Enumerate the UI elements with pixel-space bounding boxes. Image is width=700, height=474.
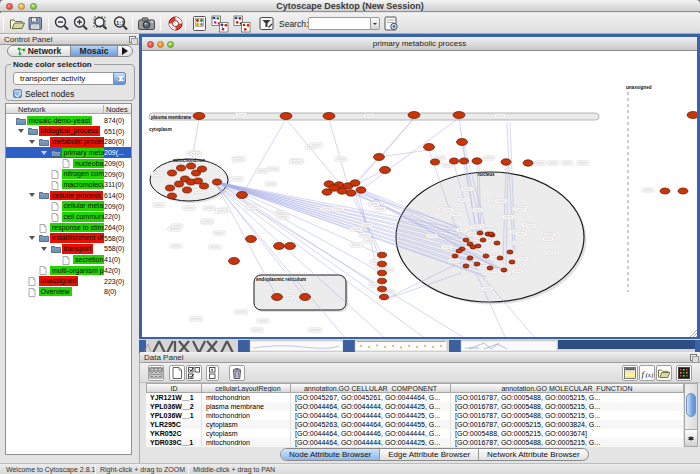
zoom-in-icon[interactable] <box>72 15 89 32</box>
network-node[interactable] <box>380 167 391 174</box>
tab-overflow[interactable] <box>118 46 132 56</box>
table-column-header[interactable]: annotation.GO MOLECULAR_FUNCTION <box>451 383 684 393</box>
search-dropdown-button[interactable] <box>371 17 380 30</box>
table-cell[interactable]: [GO:0044464, GO:0044446, GO:0044444, G..… <box>291 429 451 438</box>
search-options-icon[interactable] <box>383 15 400 32</box>
zoom-actual-size-icon[interactable]: 1:1 <box>112 15 129 32</box>
network-node[interactable] <box>378 261 387 267</box>
tree-row[interactable]: secretion41(0) <box>6 254 131 265</box>
float-panel-icon[interactable] <box>690 354 697 361</box>
attribute-browser-tab[interactable]: Network Attribute Browser <box>479 449 587 460</box>
snapshot-camera-icon[interactable] <box>137 15 156 32</box>
network-node[interactable] <box>497 256 503 260</box>
tree-expand-icon[interactable] <box>41 247 47 254</box>
tree-row[interactable]: response to stimul264(0) <box>6 222 131 233</box>
network-node[interactable] <box>193 113 205 120</box>
network-node[interactable] <box>272 294 283 301</box>
network-node[interactable] <box>687 112 697 119</box>
network-node[interactable] <box>467 256 473 260</box>
network-node[interactable] <box>452 254 458 258</box>
network-node[interactable] <box>187 163 196 169</box>
scroll-down-icon[interactable] <box>688 437 694 444</box>
network-node[interactable] <box>246 236 257 243</box>
tree-row[interactable]: cell communicat22(0) <box>6 211 131 222</box>
network-node[interactable] <box>323 113 335 120</box>
tree-row[interactable]: multi-organism pro42(0) <box>6 265 131 276</box>
attribute-pair-icon[interactable] <box>206 365 219 381</box>
grid-layout-icon[interactable] <box>191 15 208 32</box>
network-node[interactable] <box>463 238 469 242</box>
network-node[interactable] <box>472 158 482 164</box>
network-node[interactable] <box>501 268 507 272</box>
network-node[interactable] <box>477 231 483 235</box>
table-cell[interactable]: [GO:0005488, GO:0005215, GO:0003674] <box>451 429 684 438</box>
table-cell[interactable]: [GO:0016787, GO:0005488, GO:0005215, G..… <box>451 393 684 402</box>
tree-expand-icon[interactable] <box>41 151 47 158</box>
select-nodes-checkbox[interactable] <box>13 89 22 98</box>
table-cell[interactable]: YLR295C <box>146 420 202 429</box>
node-color-dropdown[interactable]: transporter activity <box>13 72 126 85</box>
network-node[interactable] <box>378 252 387 258</box>
network-node[interactable] <box>507 250 513 254</box>
table-cell[interactable]: plasma membrane <box>202 402 291 411</box>
table-cell[interactable]: YJR121W__1 <box>146 393 202 402</box>
network-node[interactable] <box>378 270 387 276</box>
tree-row[interactable]: nitrogen compo209(0) <box>6 169 131 180</box>
network-node[interactable] <box>175 181 184 187</box>
network-node[interactable] <box>378 286 387 292</box>
network-node[interactable] <box>168 170 177 176</box>
network-node[interactable] <box>460 158 469 164</box>
network-node[interactable] <box>380 294 389 300</box>
network-node[interactable] <box>350 180 360 186</box>
network-node[interactable] <box>480 238 486 242</box>
network-node[interactable] <box>183 187 192 193</box>
table-cell[interactable]: [GO:0044464, GO:0044444, GO:0044425, G..… <box>291 411 451 420</box>
tree-row[interactable]: cellular process614(0) <box>6 190 131 201</box>
zoom-selected-icon[interactable] <box>92 15 109 32</box>
network-node[interactable] <box>356 187 366 193</box>
network-node[interactable] <box>494 241 500 245</box>
attribute-browser-tab[interactable]: Node Attribute Browser <box>281 449 380 460</box>
attribute-grid-icon[interactable] <box>148 365 164 381</box>
network-node[interactable] <box>213 179 222 185</box>
table-cell[interactable]: YPL036W__1 <box>146 411 202 420</box>
network-node[interactable] <box>678 188 688 194</box>
tree-row[interactable]: unassigned223(0) <box>6 276 131 287</box>
tree-row[interactable]: metabolic process280(0) <box>6 136 131 147</box>
copy-network-view-icon[interactable] <box>211 15 228 32</box>
network-node[interactable] <box>177 165 186 171</box>
new-attribute-icon[interactable] <box>169 365 185 381</box>
table-cell[interactable]: mitochondrion <box>202 411 291 420</box>
network-node[interactable] <box>378 278 387 284</box>
table-cell[interactable]: [GO:0045267, GO:0045261, GO:0044464, G..… <box>291 393 451 402</box>
tree-row[interactable]: transport558(0) <box>6 243 131 254</box>
network-node[interactable] <box>166 185 175 191</box>
network-node[interactable] <box>229 258 240 265</box>
table-cell[interactable]: mitochondrion <box>202 393 291 402</box>
table-column-header[interactable]: annotation.GO CELLULAR_COMPONENT <box>291 383 451 393</box>
select-attributes-icon[interactable] <box>186 365 202 381</box>
network-node[interactable] <box>474 262 480 266</box>
tree-expand-icon[interactable] <box>29 236 35 243</box>
network-node[interactable] <box>329 185 339 191</box>
attribute-list-icon[interactable] <box>622 365 638 381</box>
table-cell[interactable]: [GO:0016787, GO:0005488, GO:0005215, G..… <box>451 402 684 411</box>
scrollbar-thumb[interactable] <box>686 393 696 417</box>
network-node[interactable] <box>453 112 465 119</box>
network-node[interactable] <box>660 188 670 194</box>
delete-attribute-trash-icon[interactable] <box>229 365 245 381</box>
table-vertical-scrollbar[interactable] <box>684 383 698 447</box>
network-node[interactable] <box>456 249 462 253</box>
table-cell[interactable]: [GO:0016787, GO:0005215, GO:0003824, G..… <box>451 420 684 429</box>
tree-expand-icon[interactable] <box>29 140 35 147</box>
tree-row[interactable]: biological_process651(0) <box>6 126 131 137</box>
tab-mosaic[interactable]: Mosaic <box>70 46 118 56</box>
vizmapper-lifesaver-icon[interactable] <box>167 15 184 32</box>
network-node[interactable] <box>501 159 511 165</box>
tree-row[interactable]: nucleobase-209(0) <box>6 158 131 169</box>
network-node[interactable] <box>463 264 469 268</box>
network-node[interactable] <box>431 159 440 165</box>
table-column-header[interactable]: ID <box>146 383 202 393</box>
table-cell[interactable]: [GO:0045263, GO:0044464, GO:0044455, G..… <box>291 420 451 429</box>
tree-expand-icon[interactable] <box>29 193 35 200</box>
